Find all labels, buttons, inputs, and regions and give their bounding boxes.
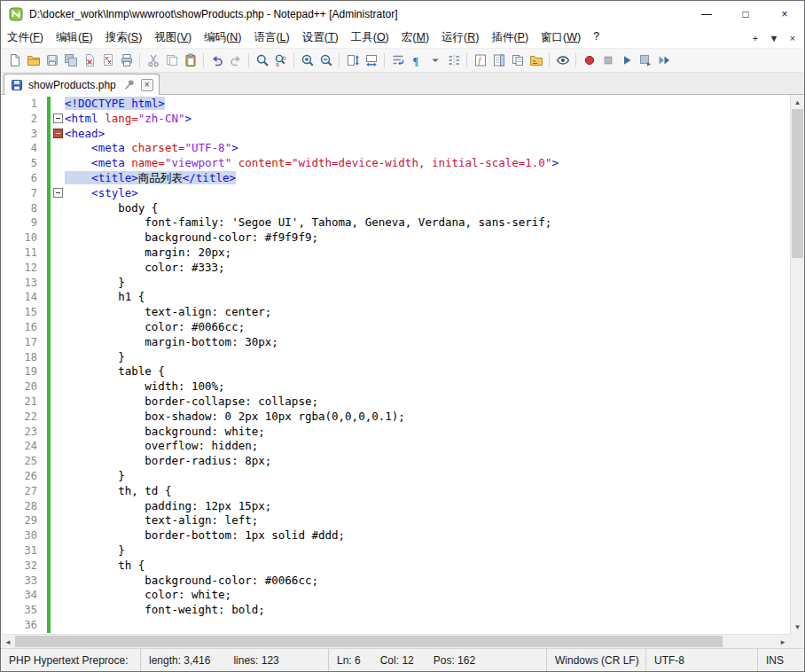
code-line-35[interactable]: 35 font-weight: bold; [1,603,790,618]
redo-icon[interactable] [226,51,245,70]
zoom-out-icon[interactable] [317,51,335,70]
undo-icon[interactable] [207,51,226,70]
code-line-34[interactable]: 34 color: white; [1,588,790,603]
close-all-icon[interactable] [98,51,117,70]
menu-item-edit[interactable]: 编辑(E) [50,27,99,49]
code-line-16[interactable]: 16 color: #0066cc; [1,320,790,335]
macro-stop-icon[interactable] [598,51,617,70]
status-eol-format[interactable]: Windows (CR LF) [547,649,646,671]
code-line-12[interactable]: 12 color: #333; [1,261,790,276]
code-line-28[interactable]: 28 padding: 12px 15px; [1,499,790,514]
close-button[interactable]: × [765,1,804,27]
indent-guide-icon[interactable] [444,51,463,70]
paste-icon[interactable] [181,51,199,70]
code-line-22[interactable]: 22 box-shadow: 0 2px 10px rgba(0,0,0,0.1… [1,410,790,425]
code-line-19[interactable]: 19 table { [1,364,790,379]
code-line-13[interactable]: 13 } [1,276,790,291]
code-line-24[interactable]: 24 overflow: hidden; [1,439,790,454]
menu-item-help[interactable]: ? [587,27,606,49]
code-line-27[interactable]: 27 th, td { [1,484,790,499]
code-line-21[interactable]: 21 border-collapse: collapse; [1,395,790,410]
code-line-3[interactable]: 3<head> [1,127,790,142]
close-file-icon[interactable] [80,51,98,70]
code-line-20[interactable]: 20 width: 100%; [1,379,790,395]
macro-play-icon[interactable] [617,51,636,70]
code-line-5[interactable]: 5 <meta name="viewport" content="width=d… [1,156,790,171]
menu-item-macro[interactable]: 宏(M) [395,27,435,49]
menu-item-settings[interactable]: 设置(T) [296,27,345,49]
code-area[interactable]: 1<!DOCTYPE html>2<html lang="zh-CN">3<he… [1,95,790,634]
sync-horizontal-icon[interactable] [362,51,380,70]
word-wrap-icon[interactable] [388,51,407,70]
close-tab-button[interactable]: × [785,30,801,46]
status-encoding[interactable]: UTF-8 [646,649,758,671]
code-line-15[interactable]: 15 text-align: center; [1,305,790,320]
sync-vertical-icon[interactable] [343,51,362,70]
menu-item-encoding[interactable]: 编码(N) [198,27,247,49]
menu-item-view[interactable]: 视图(V) [148,27,198,49]
save-icon[interactable] [43,51,61,70]
scroll-down-icon[interactable]: ▾ [791,620,804,634]
copy-icon[interactable] [162,51,181,70]
code-line-4[interactable]: 4 <meta charset="UTF-8"> [1,141,790,156]
vertical-scrollbar[interactable]: ▴ ▾ [790,95,804,634]
fold-toggle-icon[interactable] [53,188,63,198]
menu-item-window[interactable]: 窗口(W) [535,27,587,49]
function-list-icon[interactable]: f [471,51,489,70]
macro-record-icon[interactable] [580,51,598,70]
tab-showproducts-php[interactable]: showProducts.php × [4,74,160,95]
menu-item-file[interactable]: 文件(F) [1,27,50,49]
code-line-6[interactable]: 6 <title>商品列表</title> [1,171,790,186]
menu-item-search[interactable]: 搜索(S) [99,27,149,49]
monitoring-icon[interactable] [553,51,572,70]
code-line-25[interactable]: 25 border-radius: 8px; [1,454,790,469]
maximize-button[interactable]: □ [726,1,765,27]
scroll-right-icon[interactable]: ▸ [776,635,790,649]
vertical-scroll-thumb[interactable] [792,109,803,258]
code-line-36[interactable]: 36 [1,618,790,633]
folder-workspace-icon[interactable] [527,51,545,70]
document-map-icon[interactable] [489,51,508,70]
tab-close-icon[interactable]: × [141,79,153,91]
pin-icon[interactable] [122,78,137,92]
status-typing-mode[interactable]: INS [758,649,804,671]
new-file-icon[interactable] [5,51,24,70]
scroll-left-icon[interactable]: ◂ [1,635,15,649]
code-line-31[interactable]: 31 } [1,543,790,559]
scroll-up-icon[interactable]: ▴ [791,95,804,109]
macro-run-multiple-icon[interactable] [654,51,673,70]
menu-item-language[interactable]: 语言(L) [247,27,295,49]
tab-list-dropdown-icon[interactable]: ▼ [766,30,782,46]
code-line-2[interactable]: 2<html lang="zh-CN"> [1,112,790,127]
code-line-1[interactable]: 1<!DOCTYPE html> [1,97,790,112]
menu-item-plugins[interactable]: 插件(P) [485,27,535,49]
fold-toggle-icon[interactable] [53,129,63,138]
save-all-icon[interactable] [61,51,80,70]
code-line-8[interactable]: 8 body { [1,201,790,216]
code-line-11[interactable]: 11 margin: 20px; [1,246,790,261]
fold-toggle-icon[interactable] [53,113,63,123]
macro-save-icon[interactable] [636,51,654,70]
code-line-18[interactable]: 18 } [1,350,790,365]
code-line-10[interactable]: 10 background-color: #f9f9f9; [1,231,790,246]
menu-item-run[interactable]: 运行(R) [435,27,485,49]
horizontal-scroll-thumb[interactable] [15,636,723,647]
document-list-icon[interactable] [508,51,527,70]
minimize-button[interactable]: — [687,1,726,27]
show-chars-dropdown-icon[interactable] [426,51,444,70]
code-line-26[interactable]: 26 } [1,469,790,484]
find-icon[interactable] [253,51,271,70]
code-line-14[interactable]: 14 h1 { [1,290,790,305]
notepadpp-logo-icon[interactable] [9,7,23,21]
code-line-9[interactable]: 9 font-family: 'Segoe UI', Tahoma, Genev… [1,215,790,231]
menu-item-tools[interactable]: 工具(O) [345,27,395,49]
code-line-32[interactable]: 32 th { [1,559,790,574]
print-icon[interactable] [117,51,136,70]
replace-icon[interactable]: ab [271,51,290,70]
code-line-17[interactable]: 17 margin-bottom: 30px; [1,335,790,350]
horizontal-scrollbar[interactable]: ◂ ▸ [1,634,790,648]
zoom-in-icon[interactable] [298,51,317,70]
show-all-chars-icon[interactable]: ¶ [407,51,426,70]
code-line-33[interactable]: 33 background-color: #0066cc; [1,574,790,589]
code-line-23[interactable]: 23 background: white; [1,425,790,440]
